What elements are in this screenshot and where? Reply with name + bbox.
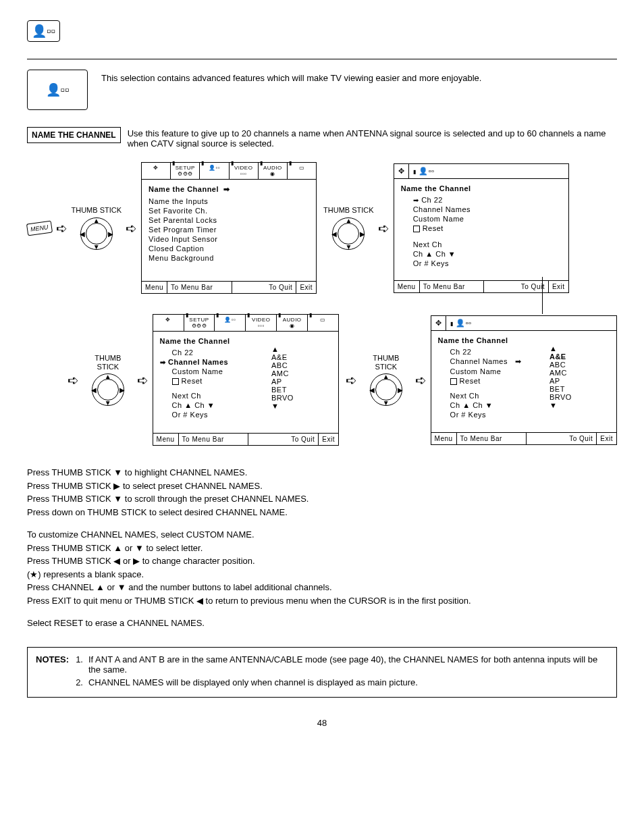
- screens-row-1: MENU ➪ THUMB STICK ▲▼◀▶ ➪ ✥ ▮SETUP⚙⚙⚙ ▮👤…: [27, 162, 617, 294]
- tab-custom: ▮👤▫▫: [215, 315, 246, 331]
- menu-key: MENU: [26, 220, 53, 236]
- tab-move: ✥: [394, 164, 410, 178]
- arrow-icon: ➪: [346, 372, 357, 388]
- arrow-icon: ➪: [415, 372, 427, 388]
- header-icon: 👤▫▫: [27, 20, 60, 42]
- notes-label: NOTES:: [36, 654, 69, 690]
- tab-move: ✥: [431, 316, 447, 330]
- arrow-icon: ➪: [68, 372, 79, 388]
- intro-text: This selection contains advanced feature…: [101, 70, 617, 110]
- tab-custom: ▮ 👤▫▫: [446, 316, 475, 330]
- tab-custom: ▮ 👤▫▫: [409, 164, 438, 178]
- note-item: 2.CHANNEL NAMES will be displayed only w…: [76, 677, 608, 687]
- tv-screen-1: ✥ ▮SETUP⚙⚙⚙ ▮👤▫▫ ▮VIDEO▫▫▫ ▮AUDIO◉ ▮▭ Na…: [141, 162, 317, 294]
- tab-video: ▮VIDEO▫▫▫: [246, 315, 277, 331]
- tab-audio: ▮AUDIO◉: [259, 163, 288, 179]
- connector-line: [542, 277, 543, 314]
- notes-box: NOTES: 1.If ANT A and ANT B are in the s…: [27, 647, 617, 698]
- arrow-icon: ➪: [137, 372, 149, 388]
- custom-menu-icon: 👤▫▫: [27, 70, 88, 110]
- tab-setup: ▮SETUP⚙⚙⚙: [171, 163, 200, 179]
- intro-section: 👤▫▫ This selection contains advanced fea…: [27, 59, 617, 120]
- feature-row: NAME THE CHANNEL Use this feature to giv…: [27, 127, 617, 149]
- tab-setup: ▮SETUP⚙⚙⚙: [184, 315, 215, 331]
- arrow-icon: ➪: [378, 220, 390, 236]
- page-number: 48: [27, 718, 617, 728]
- tab-video: ▮VIDEO▫▫▫: [230, 163, 259, 179]
- tv-screen-3: ✥ ▮SETUP⚙⚙⚙ ▮👤▫▫ ▮VIDEO▫▫▫ ▮AUDIO◉ ▮▭ Na…: [153, 314, 339, 446]
- arrow-icon: ➪: [126, 220, 137, 236]
- thumb-stick-4: THUMB STICK ▲▼◀▶: [361, 354, 411, 405]
- tab-custom: ▮👤▫▫: [200, 163, 229, 179]
- instructions: Press THUMB STICK ▼ to highlight CHANNEL…: [27, 466, 617, 630]
- tv-screen-4: ✥ ▮ 👤▫▫ Name the Channel Ch 22 Channel N…: [431, 315, 617, 445]
- thumb-stick-1: THUMB STICK ▲▼◀▶: [72, 206, 122, 249]
- feature-label: NAME THE CHANNEL: [27, 127, 121, 143]
- arrow-icon: ➪: [56, 220, 68, 236]
- tab-move: ✥: [153, 315, 184, 331]
- tab-move: ✥: [142, 163, 171, 179]
- tv-screen-2: ✥ ▮ 👤▫▫ Name the Channel Ch 22 Channel N…: [394, 163, 569, 293]
- feature-desc: Use this feature to give up to 20 channe…: [128, 127, 617, 149]
- tab-pip: ▮▭: [288, 163, 316, 179]
- tab-pip: ▮▭: [308, 315, 338, 331]
- note-item: 1.If ANT A and ANT B are in the same ANT…: [76, 654, 608, 675]
- thumb-stick-2: THUMB STICK ▲▼◀▶: [323, 206, 374, 249]
- thumb-stick-3: THUMB STICK ▲▼◀▶: [83, 354, 133, 405]
- tab-audio: ▮AUDIO◉: [277, 315, 308, 331]
- screens-row-2: ➪ THUMB STICK ▲▼◀▶ ➪ ✥ ▮SETUP⚙⚙⚙ ▮👤▫▫ ▮V…: [27, 314, 617, 446]
